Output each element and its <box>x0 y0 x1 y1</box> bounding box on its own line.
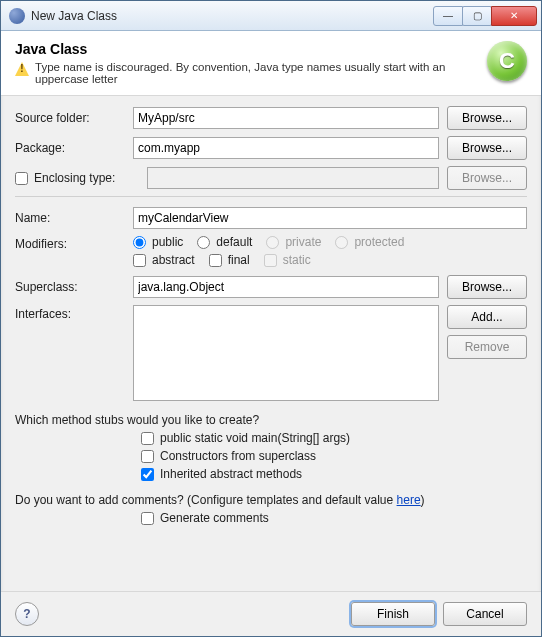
interfaces-side-buttons: Add... Remove <box>447 305 527 359</box>
page-title: Java Class <box>15 41 475 57</box>
dialog-content: Source folder: Browse... Package: Browse… <box>1 96 541 591</box>
close-button[interactable]: ✕ <box>491 6 537 26</box>
row-source-folder: Source folder: Browse... <box>15 106 527 130</box>
check-static: static <box>264 253 311 267</box>
enclosing-type-checkbox[interactable]: Enclosing type: <box>15 171 125 185</box>
label-enclosing: Enclosing type: <box>34 171 115 185</box>
header-text: Java Class Type name is discouraged. By … <box>15 41 475 85</box>
row-name: Name: <box>15 207 527 229</box>
row-package: Package: Browse... <box>15 136 527 160</box>
check-generate-comments[interactable]: Generate comments <box>141 511 527 525</box>
source-folder-input[interactable] <box>133 107 439 129</box>
enclosing-type-input <box>147 167 439 189</box>
separator-1 <box>15 196 527 197</box>
titlebar: New Java Class — ▢ ✕ <box>1 1 541 31</box>
window-title: New Java Class <box>31 9 434 23</box>
label-interfaces: Interfaces: <box>15 307 125 321</box>
radio-private: private <box>266 235 321 249</box>
label-package: Package: <box>15 141 125 155</box>
eclipse-icon <box>9 8 25 24</box>
check-inherited[interactable]: Inherited abstract methods <box>141 467 527 481</box>
dialog-window: New Java Class — ▢ ✕ Java Class Type nam… <box>0 0 542 637</box>
comments-question: Do you want to add comments? (Configure … <box>15 493 527 507</box>
java-class-icon: C <box>487 41 527 81</box>
name-input[interactable] <box>133 207 527 229</box>
check-constructors[interactable]: Constructors from superclass <box>141 449 527 463</box>
browse-superclass-button[interactable]: Browse... <box>447 275 527 299</box>
row-interfaces: Interfaces: Add... Remove <box>15 305 527 401</box>
configure-templates-link[interactable]: here <box>397 493 421 507</box>
enclosing-type-check[interactable] <box>15 172 28 185</box>
row-modifiers: Modifiers: public default private protec… <box>15 235 527 267</box>
browse-package-button[interactable]: Browse... <box>447 136 527 160</box>
label-superclass: Superclass: <box>15 280 125 294</box>
check-final[interactable]: final <box>209 253 250 267</box>
radio-default[interactable]: default <box>197 235 252 249</box>
check-abstract[interactable]: abstract <box>133 253 195 267</box>
cancel-button[interactable]: Cancel <box>443 602 527 626</box>
modifier-checkboxes: abstract final static <box>133 253 527 267</box>
warning-row: Type name is discouraged. By convention,… <box>15 61 475 85</box>
label-name: Name: <box>15 211 125 225</box>
label-modifiers: Modifiers: <box>15 237 125 251</box>
modifiers-group: public default private protected abstrac… <box>133 235 527 267</box>
maximize-button[interactable]: ▢ <box>462 6 492 26</box>
dialog-header: Java Class Type name is discouraged. By … <box>1 31 541 96</box>
help-button[interactable]: ? <box>15 602 39 626</box>
row-superclass: Superclass: Browse... <box>15 275 527 299</box>
check-main[interactable]: public static void main(String[] args) <box>141 431 527 445</box>
radio-public[interactable]: public <box>133 235 183 249</box>
comments-options: Generate comments <box>141 511 527 525</box>
warning-text: Type name is discouraged. By convention,… <box>35 61 475 85</box>
stubs-options: public static void main(String[] args) C… <box>141 431 527 481</box>
browse-source-button[interactable]: Browse... <box>447 106 527 130</box>
interfaces-list[interactable] <box>133 305 439 401</box>
add-interface-button[interactable]: Add... <box>447 305 527 329</box>
stubs-question: Which method stubs would you like to cre… <box>15 413 527 427</box>
row-enclosing: Enclosing type: Browse... <box>15 166 527 190</box>
superclass-input[interactable] <box>133 276 439 298</box>
browse-enclosing-button: Browse... <box>447 166 527 190</box>
radio-protected: protected <box>335 235 404 249</box>
remove-interface-button: Remove <box>447 335 527 359</box>
visibility-radios: public default private protected <box>133 235 527 249</box>
package-input[interactable] <box>133 137 439 159</box>
label-source-folder: Source folder: <box>15 111 125 125</box>
minimize-button[interactable]: — <box>433 6 463 26</box>
finish-button[interactable]: Finish <box>351 602 435 626</box>
warning-icon <box>15 62 29 76</box>
dialog-footer: ? Finish Cancel <box>1 591 541 636</box>
window-buttons: — ▢ ✕ <box>434 6 537 26</box>
